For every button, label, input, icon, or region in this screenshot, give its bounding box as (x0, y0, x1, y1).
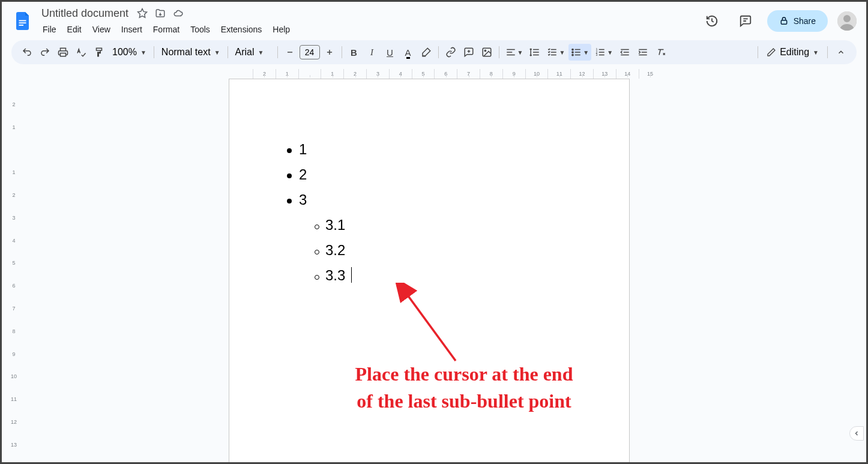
highlight-button[interactable] (418, 44, 435, 61)
menu-bar: File Edit View Insert Format Tools Exten… (38, 22, 700, 37)
chevron-down-icon: ▼ (517, 49, 523, 56)
zoom-dropdown[interactable]: 100%▼ (109, 47, 150, 58)
text-cursor (351, 267, 352, 283)
chevron-down-icon: ▼ (813, 49, 819, 56)
menu-insert[interactable]: Insert (116, 22, 147, 37)
list-item: 3 (287, 187, 571, 212)
font-dropdown[interactable]: Arial▼ (232, 47, 274, 58)
share-button[interactable]: Share (767, 10, 828, 32)
menu-file[interactable]: File (38, 22, 61, 37)
svg-rect-0 (19, 20, 26, 22)
horizontal-ruler[interactable]: 21123456789101112131415 (2, 69, 866, 79)
svg-point-9 (572, 52, 573, 53)
svg-rect-1 (19, 22, 26, 23)
menu-edit[interactable]: Edit (62, 22, 86, 37)
line-spacing-button[interactable] (526, 44, 543, 61)
svg-rect-3 (781, 20, 786, 25)
comment-icon[interactable] (734, 9, 758, 33)
add-comment-button[interactable] (460, 44, 477, 61)
cloud-icon[interactable] (173, 8, 184, 19)
vertical-ruler[interactable]: 2112345678910111213 (2, 79, 26, 464)
move-icon[interactable] (155, 8, 166, 19)
align-button[interactable]: ▼ (503, 44, 526, 61)
editor-area: 2112345678910111213 1 2 3 3.1 3.2 3.3 Pl… (2, 79, 866, 464)
decrease-indent-button[interactable] (616, 44, 633, 61)
style-dropdown[interactable]: Normal text▼ (158, 47, 224, 58)
editing-mode-dropdown[interactable]: Editing ▼ (763, 47, 822, 58)
underline-button[interactable]: U (382, 44, 399, 61)
annotation-text: Place the cursor at the end of the last … (296, 361, 632, 415)
toolbar: 100%▼ Normal text▼ Arial▼ 24 B I U A ▼ ▼… (11, 40, 857, 64)
paint-format-button[interactable] (91, 44, 107, 61)
chevron-down-icon: ▼ (583, 49, 589, 56)
bullet-list-button[interactable]: ▼ (568, 44, 591, 61)
menu-extensions[interactable]: Extensions (216, 22, 267, 37)
list-item: 2 (287, 162, 571, 187)
chevron-down-icon: ▼ (559, 49, 565, 56)
svg-point-5 (843, 15, 851, 22)
bullet-icon (287, 199, 292, 203)
circle-bullet-icon (315, 250, 319, 255)
menu-tools[interactable]: Tools (185, 22, 215, 37)
document-title[interactable]: Untitled document (38, 6, 132, 21)
svg-rect-2 (19, 25, 24, 26)
chevron-down-icon: ▼ (607, 49, 613, 56)
chevron-down-icon: ▼ (258, 49, 264, 56)
redo-button[interactable] (37, 44, 53, 61)
increase-indent-button[interactable] (634, 44, 651, 61)
bullet-list[interactable]: 1 2 3 3.1 3.2 3.3 (287, 137, 571, 288)
avatar[interactable] (837, 11, 857, 31)
circle-bullet-icon (315, 224, 319, 229)
menu-help[interactable]: Help (268, 22, 295, 37)
list-item: 3.1 (315, 212, 571, 238)
image-button[interactable] (478, 44, 495, 61)
undo-button[interactable] (19, 44, 35, 61)
link-button[interactable] (442, 44, 459, 61)
increase-font-button[interactable] (321, 44, 338, 61)
svg-line-14 (406, 294, 456, 361)
svg-point-10 (572, 54, 573, 55)
show-side-panel-button[interactable] (849, 426, 864, 441)
numbered-list-button[interactable]: 123▼ (592, 44, 615, 61)
svg-text:3: 3 (596, 53, 598, 56)
text-color-button[interactable]: A (400, 44, 417, 61)
menu-view[interactable]: View (88, 22, 115, 37)
chevron-down-icon: ▼ (140, 49, 146, 56)
print-button[interactable] (55, 44, 71, 61)
spellcheck-button[interactable] (73, 44, 89, 61)
circle-bullet-icon (315, 275, 319, 280)
font-size-input[interactable]: 24 (300, 45, 320, 59)
docs-logo[interactable] (11, 9, 35, 33)
bold-button[interactable]: B (346, 44, 363, 61)
italic-button[interactable]: I (364, 44, 381, 61)
history-icon[interactable] (700, 9, 724, 33)
share-label: Share (794, 16, 816, 26)
collapse-toolbar-button[interactable] (833, 44, 849, 61)
checklist-button[interactable]: ▼ (544, 44, 567, 61)
decrease-font-button[interactable] (282, 44, 298, 61)
svg-point-8 (572, 49, 573, 50)
annotation-arrow (396, 283, 468, 367)
title-area: Untitled document File Edit View Insert … (38, 6, 700, 37)
list-item: 1 (287, 137, 571, 162)
clear-format-button[interactable] (653, 44, 669, 61)
star-icon[interactable] (137, 8, 148, 19)
toolbar-container: 100%▼ Normal text▼ Arial▼ 24 B I U A ▼ ▼… (2, 35, 866, 69)
menu-format[interactable]: Format (148, 22, 184, 37)
chevron-down-icon: ▼ (214, 49, 220, 56)
bullet-icon (287, 148, 292, 153)
svg-point-7 (484, 50, 486, 51)
bullet-icon (287, 173, 292, 178)
app-header: Untitled document File Edit View Insert … (2, 2, 866, 35)
document-canvas[interactable]: 1 2 3 3.1 3.2 3.3 Place the cursor at th… (26, 79, 866, 464)
list-item: 3.2 (315, 238, 571, 263)
header-actions: Share (700, 9, 857, 33)
